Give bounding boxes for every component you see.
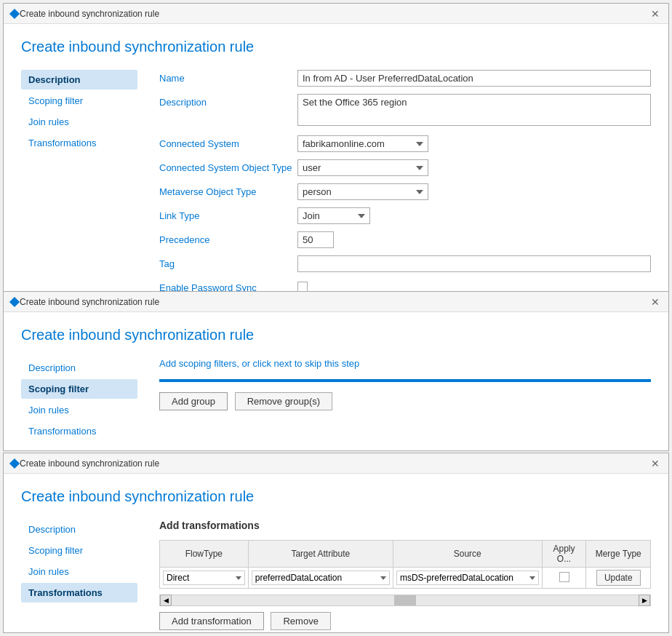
sidebar-item-description-3[interactable]: Description <box>21 520 137 539</box>
progress-bar-fill <box>159 379 651 382</box>
control-tag <box>297 255 651 272</box>
input-tag[interactable] <box>297 255 651 272</box>
transformation-buttons: Add transformation Remove <box>159 612 651 630</box>
titlebar-2: Create inbound synchronization rule ✕ <box>4 292 668 312</box>
merge-type-button[interactable]: Update <box>596 570 641 586</box>
select-connected-system[interactable]: fabrikamonline.com <box>297 135 428 152</box>
scroll-thumb[interactable] <box>394 595 416 605</box>
th-flowtype: FlowType <box>160 541 249 568</box>
scoping-text-link[interactable]: skip this step <box>305 358 359 369</box>
select-csot[interactable]: user <box>297 159 428 176</box>
sidebar-item-description-2[interactable]: Description <box>21 358 137 378</box>
control-connected-system: fabrikamonline.com <box>297 135 651 152</box>
close-button-2[interactable]: ✕ <box>648 295 663 309</box>
page-title-3: Create inbound synchronization rule <box>21 488 651 505</box>
add-transformation-button[interactable]: Add transformation <box>159 612 264 630</box>
input-precedence[interactable] <box>297 231 334 248</box>
content-area-1: Name Description Set the Office 365 regi… <box>159 70 651 323</box>
window-title-2: Create inbound synchronization rule <box>20 297 648 307</box>
control-csot: user <box>297 159 651 176</box>
sidebar-item-join-2[interactable]: Join rules <box>21 400 137 420</box>
window-2: Create inbound synchronization rule ✕ Cr… <box>3 291 669 451</box>
titlebar-3: Create inbound synchronization rule ✕ <box>4 453 668 474</box>
scroll-left-button[interactable]: ◀ <box>160 595 172 606</box>
control-mot: person <box>297 183 651 200</box>
label-precedence: Precedence <box>159 231 297 245</box>
scoping-instruction: Add scoping filters, or click next to sk… <box>159 358 651 369</box>
checkbox-eps[interactable] <box>297 282 308 292</box>
th-apply-once: Apply O... <box>542 541 586 568</box>
main-layout-2: Description Scoping filter Join rules Tr… <box>21 358 651 442</box>
label-mot: Metaverse Object Type <box>159 183 297 197</box>
td-apply-once <box>542 568 586 589</box>
window-icon-1 <box>9 9 20 19</box>
sidebar-item-transformations-1[interactable]: Transformations <box>21 133 137 153</box>
sidebar-item-scoping-2[interactable]: Scoping filter <box>21 379 137 399</box>
th-target-attribute: Target Attribute <box>248 541 393 568</box>
sidebar-3: Description Scoping filter Join rules Tr… <box>21 520 137 630</box>
form-row-tag: Tag <box>159 255 651 272</box>
select-target-attribute[interactable]: preferredDataLocation <box>252 571 390 585</box>
th-source: Source <box>393 541 542 568</box>
sidebar-item-description-1[interactable]: Description <box>21 70 137 90</box>
sidebar-item-scoping-3[interactable]: Scoping filter <box>21 541 137 560</box>
sidebar-item-join-3[interactable]: Join rules <box>21 562 137 581</box>
main-layout-1: Description Scoping filter Join rules Tr… <box>21 70 651 323</box>
select-mot[interactable]: person <box>297 183 428 200</box>
add-group-button[interactable]: Add group <box>159 392 228 410</box>
progress-bar <box>159 379 651 382</box>
checkbox-apply-once[interactable] <box>559 572 569 582</box>
form-row-mot: Metaverse Object Type person <box>159 183 651 200</box>
window-content-2: Create inbound synchronization rule Desc… <box>4 312 668 451</box>
select-source[interactable]: msDS-preferredDataLocation <box>396 571 539 585</box>
input-description[interactable]: Set the Office 365 region <box>297 94 651 126</box>
sidebar-item-transformations-2[interactable]: Transformations <box>21 421 137 441</box>
window-icon-2 <box>9 297 20 307</box>
control-description: Set the Office 365 region <box>297 94 651 128</box>
select-flowtype[interactable]: Direct <box>163 571 245 585</box>
sidebar-item-join-1[interactable]: Join rules <box>21 112 137 132</box>
content-area-3: Add transformations FlowType Target Attr… <box>159 520 651 630</box>
label-csot: Connected System Object Type <box>159 159 297 173</box>
form-row-connected-system: Connected System fabrikamonline.com <box>159 135 651 152</box>
remove-groups-button[interactable]: Remove group(s) <box>235 392 332 410</box>
window-title-3: Create inbound synchronization rule <box>20 458 648 469</box>
form-row-link-type: Link Type Join <box>159 207 651 224</box>
close-button-1[interactable]: ✕ <box>648 7 663 21</box>
td-flowtype: Direct <box>160 568 249 589</box>
label-tag: Tag <box>159 255 297 269</box>
sidebar-item-scoping-1[interactable]: Scoping filter <box>21 91 137 111</box>
form-row-csot: Connected System Object Type user <box>159 159 651 176</box>
form-row-name: Name <box>159 70 651 87</box>
content-area-2: Add scoping filters, or click next to sk… <box>159 358 651 442</box>
transform-table: FlowType Target Attribute Source Apply O… <box>159 540 651 589</box>
window-1: Create inbound synchronization rule ✕ Cr… <box>3 3 669 338</box>
control-precedence <box>297 231 651 248</box>
horizontal-scrollbar[interactable]: ◀ ▶ <box>159 595 651 606</box>
remove-button[interactable]: Remove <box>271 612 330 630</box>
form-row-precedence: Precedence <box>159 231 651 248</box>
td-source: msDS-preferredDataLocation <box>393 568 542 589</box>
form-row-description: Description Set the Office 365 region <box>159 94 651 128</box>
label-name: Name <box>159 70 297 84</box>
window-icon-3 <box>9 458 20 469</box>
scroll-right-button[interactable]: ▶ <box>639 595 650 606</box>
control-link-type: Join <box>297 207 651 224</box>
table-row: Direct preferredDataLocation <box>160 568 651 589</box>
window-title-1: Create inbound synchronization rule <box>20 9 648 19</box>
close-button-3[interactable]: ✕ <box>648 456 663 471</box>
select-link-type[interactable]: Join <box>297 207 370 224</box>
table-header-row: FlowType Target Attribute Source Apply O… <box>160 541 651 568</box>
td-merge-type: Update <box>586 568 651 589</box>
titlebar-1: Create inbound synchronization rule ✕ <box>4 4 668 24</box>
sidebar-2: Description Scoping filter Join rules Tr… <box>21 358 137 442</box>
sidebar-item-transformations-3[interactable]: Transformations <box>21 583 137 603</box>
window-3: Create inbound synchronization rule ✕ Cr… <box>3 453 669 633</box>
control-name <box>297 70 651 87</box>
input-name[interactable] <box>297 70 651 87</box>
label-description: Description <box>159 94 297 108</box>
scoping-text-part1: Add scoping filters, or click next to <box>159 358 303 369</box>
th-merge-type: Merge Type <box>586 541 651 568</box>
td-target-attribute: preferredDataLocation <box>248 568 393 589</box>
add-transformations-title: Add transformations <box>159 520 651 531</box>
